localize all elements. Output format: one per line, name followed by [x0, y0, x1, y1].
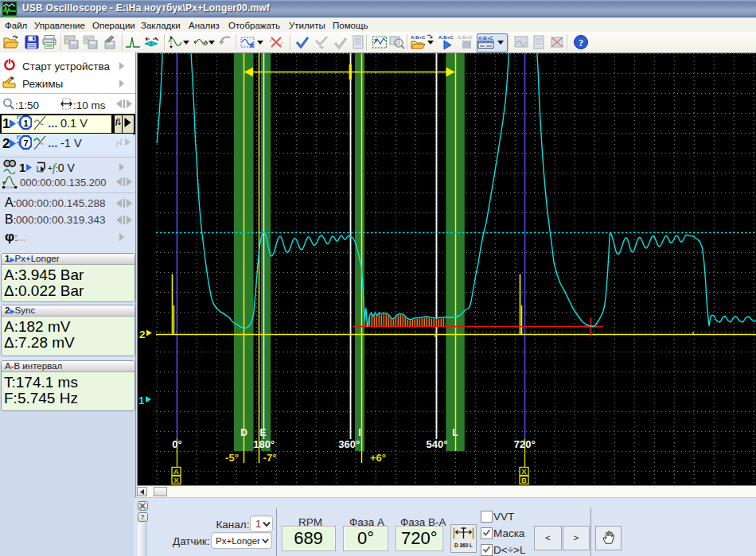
svg-text:360°: 360°	[338, 438, 360, 450]
svg-text:1: 1	[23, 119, 28, 128]
svg-text:I: I	[358, 427, 360, 438]
svg-text:+6°: +6°	[370, 452, 386, 464]
svg-text:f: f	[116, 139, 119, 147]
svg-text:D 360 L: D 360 L	[454, 542, 472, 548]
svg-text:-7°: -7°	[263, 452, 277, 464]
svg-text:A:B+C: A:B+C	[478, 36, 493, 41]
svg-text:?: ?	[579, 37, 583, 49]
svg-text:A:B+C: A:B+C	[411, 35, 426, 40]
svg-text:E: E	[259, 427, 266, 438]
svg-text:A:B+C: A:B+C	[458, 35, 473, 40]
svg-text:180°: 180°	[253, 438, 275, 450]
svg-text:B: B	[521, 476, 527, 484]
svg-text:X: X	[521, 467, 527, 476]
svg-text:L: L	[452, 427, 458, 438]
svg-text:7: 7	[23, 138, 28, 148]
svg-text:720°: 720°	[514, 438, 536, 450]
svg-text:2: 2	[139, 329, 146, 340]
svg-text:X: X	[173, 476, 179, 484]
svg-text:0°: 0°	[172, 438, 181, 450]
svg-text:A: A	[173, 467, 179, 476]
svg-text:540°: 540°	[427, 438, 448, 450]
svg-text:D: D	[240, 427, 247, 438]
svg-text:-5°: -5°	[225, 452, 239, 464]
svg-text:1: 1	[138, 395, 145, 406]
svg-text:A:B+C: A:B+C	[438, 35, 454, 40]
